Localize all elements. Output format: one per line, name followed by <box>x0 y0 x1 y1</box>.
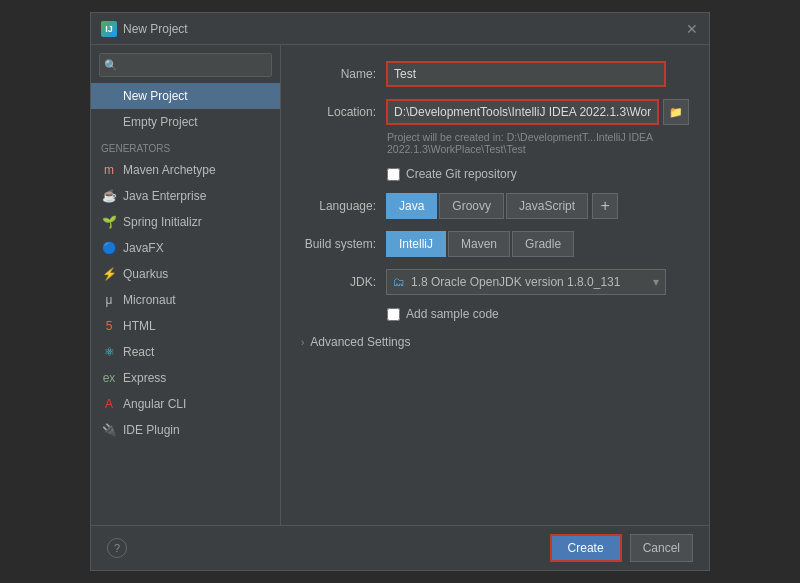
sidebar-label-empty-project: Empty Project <box>123 115 198 129</box>
sidebar-item-html[interactable]: 5 HTML <box>91 313 280 339</box>
jdk-icon: 🗂 <box>393 275 405 289</box>
language-row: Language: Java Groovy JavaScript + <box>301 193 689 219</box>
location-label: Location: <box>301 105 376 119</box>
advanced-chevron-icon: › <box>301 337 304 348</box>
sidebar-item-express[interactable]: ex Express <box>91 365 280 391</box>
sidebar-item-empty-project[interactable]: Empty Project <box>91 109 280 135</box>
build-system-row: Build system: IntelliJ Maven Gradle <box>301 231 689 257</box>
ide-plugin-label: IDE Plugin <box>123 423 180 437</box>
express-icon: ex <box>101 370 117 386</box>
maven-icon: m <box>101 162 117 178</box>
build-label: Build system: <box>301 237 376 251</box>
javafx-label: JavaFX <box>123 241 164 255</box>
quarkus-label: Quarkus <box>123 267 168 281</box>
name-label: Name: <box>301 67 376 81</box>
search-input[interactable] <box>122 59 267 71</box>
git-checkbox-row: Create Git repository <box>387 167 689 181</box>
language-btn-group: Java Groovy JavaScript <box>386 193 588 219</box>
sidebar-item-javafx[interactable]: 🔵 JavaFX <box>91 235 280 261</box>
build-maven-btn[interactable]: Maven <box>448 231 510 257</box>
sample-code-checkbox[interactable] <box>387 308 400 321</box>
help-label: ? <box>114 542 120 554</box>
spring-icon: 🌱 <box>101 214 117 230</box>
search-box[interactable]: 🔍 <box>99 53 272 77</box>
folder-icon: 📁 <box>669 106 683 119</box>
language-java-btn[interactable]: Java <box>386 193 437 219</box>
angular-label: Angular CLI <box>123 397 186 411</box>
jdk-select[interactable]: 🗂 1.8 Oracle OpenJDK version 1.8.0_131 ▾ <box>386 269 666 295</box>
jdk-label: JDK: <box>301 275 376 289</box>
jdk-control: 🗂 1.8 Oracle OpenJDK version 1.8.0_131 ▾ <box>386 269 689 295</box>
spring-label: Spring Initializr <box>123 215 202 229</box>
build-intellij-btn[interactable]: IntelliJ <box>386 231 446 257</box>
angular-icon: A <box>101 396 117 412</box>
new-project-dialog: IJ New Project ✕ 🔍 New Project Empty Pro… <box>90 12 710 571</box>
cancel-button[interactable]: Cancel <box>630 534 693 562</box>
sample-code-label: Add sample code <box>406 307 499 321</box>
sidebar-label-new-project: New Project <box>123 89 188 103</box>
build-gradle-btn[interactable]: Gradle <box>512 231 574 257</box>
dialog-content: 🔍 New Project Empty Project Generators m… <box>91 45 709 525</box>
sidebar-item-new-project[interactable]: New Project <box>91 83 280 109</box>
java-enterprise-icon: ☕ <box>101 188 117 204</box>
html-icon: 5 <box>101 318 117 334</box>
build-btn-group: IntelliJ Maven Gradle <box>386 231 574 257</box>
language-javascript-btn[interactable]: JavaScript <box>506 193 588 219</box>
dialog-title: New Project <box>123 22 188 36</box>
search-icon: 🔍 <box>104 59 118 72</box>
generators-section-label: Generators <box>91 135 280 157</box>
location-row: Location: 📁 <box>301 99 689 125</box>
main-panel: Name: Location: 📁 Project will be create… <box>281 45 709 525</box>
name-control <box>386 61 689 87</box>
sidebar-item-angular-cli[interactable]: A Angular CLI <box>91 391 280 417</box>
build-control: IntelliJ Maven Gradle <box>386 231 689 257</box>
language-label: Language: <box>301 199 376 213</box>
sidebar-item-maven-archetype[interactable]: m Maven Archetype <box>91 157 280 183</box>
name-input[interactable] <box>386 61 666 87</box>
react-icon: ⚛ <box>101 344 117 360</box>
sidebar: 🔍 New Project Empty Project Generators m… <box>91 45 281 525</box>
express-label: Express <box>123 371 166 385</box>
dialog-footer: ? Create Cancel <box>91 525 709 570</box>
name-row: Name: <box>301 61 689 87</box>
micronaut-icon: μ <box>101 292 117 308</box>
sidebar-item-micronaut[interactable]: μ Micronaut <box>91 287 280 313</box>
location-control: 📁 <box>386 99 689 125</box>
create-button[interactable]: Create <box>550 534 622 562</box>
sidebar-item-ide-plugin[interactable]: 🔌 IDE Plugin <box>91 417 280 443</box>
app-icon: IJ <box>101 21 117 37</box>
react-label: React <box>123 345 154 359</box>
close-button[interactable]: ✕ <box>685 22 699 36</box>
browse-button[interactable]: 📁 <box>663 99 689 125</box>
javafx-icon: 🔵 <box>101 240 117 256</box>
git-checkbox-label: Create Git repository <box>406 167 517 181</box>
micronaut-label: Micronaut <box>123 293 176 307</box>
maven-label: Maven Archetype <box>123 163 216 177</box>
language-control: Java Groovy JavaScript + <box>386 193 689 219</box>
ide-plugin-icon: 🔌 <box>101 422 117 438</box>
language-groovy-btn[interactable]: Groovy <box>439 193 504 219</box>
empty-project-icon <box>101 114 117 130</box>
git-checkbox[interactable] <box>387 168 400 181</box>
location-hint: Project will be created in: D:\Developme… <box>387 131 689 155</box>
help-button[interactable]: ? <box>107 538 127 558</box>
sidebar-item-quarkus[interactable]: ⚡ Quarkus <box>91 261 280 287</box>
title-bar-left: IJ New Project <box>101 21 188 37</box>
footer-left: ? <box>107 538 127 558</box>
advanced-settings-label: Advanced Settings <box>310 335 410 349</box>
quarkus-icon: ⚡ <box>101 266 117 282</box>
sidebar-item-spring-initializr[interactable]: 🌱 Spring Initializr <box>91 209 280 235</box>
java-enterprise-label: Java Enterprise <box>123 189 206 203</box>
sample-code-row: Add sample code <box>387 307 689 321</box>
add-language-button[interactable]: + <box>592 193 618 219</box>
title-bar: IJ New Project ✕ <box>91 13 709 45</box>
new-project-icon <box>101 88 117 104</box>
jdk-value: 1.8 Oracle OpenJDK version 1.8.0_131 <box>411 275 620 289</box>
sidebar-item-java-enterprise[interactable]: ☕ Java Enterprise <box>91 183 280 209</box>
jdk-row: JDK: 🗂 1.8 Oracle OpenJDK version 1.8.0_… <box>301 269 689 295</box>
sidebar-item-react[interactable]: ⚛ React <box>91 339 280 365</box>
html-label: HTML <box>123 319 156 333</box>
location-input[interactable] <box>386 99 659 125</box>
jdk-dropdown-arrow: ▾ <box>653 275 659 289</box>
advanced-settings-row[interactable]: › Advanced Settings <box>301 333 689 351</box>
